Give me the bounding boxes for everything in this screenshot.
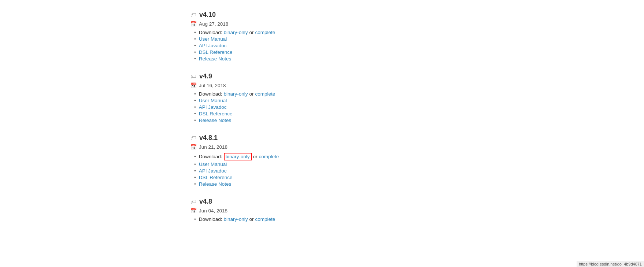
- or-text: or: [249, 30, 254, 35]
- version-block-v4.8: 🏷v4.8📅Jun 04, 2018Download: binary-only …: [190, 198, 644, 222]
- version-title-row-v4.10: 🏷v4.10: [190, 11, 644, 19]
- list-item: API Javadoc: [194, 104, 644, 110]
- tag-icon: 🏷: [190, 199, 196, 205]
- version-block-v4.9: 🏷v4.9📅Jul 16, 2018Download: binary-only …: [190, 73, 644, 123]
- date-text-v4.8.1: Jun 21, 2018: [199, 144, 227, 150]
- binary-only-link[interactable]: binary-only: [224, 216, 248, 222]
- version-title-row-v4.8: 🏷v4.8: [190, 198, 644, 205]
- binary-only-link[interactable]: binary-only: [224, 91, 248, 97]
- tag-icon: 🏷: [190, 12, 196, 18]
- or-text: or: [249, 216, 254, 222]
- date-text-v4.10: Aug 27, 2018: [199, 21, 228, 27]
- links-list-v4.8: Download: binary-only or complete: [190, 216, 644, 222]
- tag-icon: 🏷: [190, 73, 196, 80]
- api-javadoc-link[interactable]: API Javadoc: [199, 43, 227, 48]
- api-javadoc-link[interactable]: API Javadoc: [199, 168, 227, 174]
- list-item: Download: binary-only or complete: [194, 30, 644, 35]
- list-item: Release Notes: [194, 118, 644, 123]
- list-item: Download: binary-only or complete: [194, 216, 644, 222]
- or-text: or: [249, 91, 254, 97]
- date-row-v4.10: 📅Aug 27, 2018: [190, 21, 644, 27]
- list-item: DSL Reference: [194, 49, 644, 55]
- list-item: Release Notes: [194, 181, 644, 187]
- version-title-v4.9: v4.9: [199, 73, 212, 80]
- binary-only-link[interactable]: binary-only: [224, 153, 252, 160]
- version-title-v4.8.1: v4.8.1: [199, 134, 218, 142]
- calendar-icon: 📅: [190, 21, 197, 27]
- complete-link[interactable]: complete: [255, 30, 275, 35]
- or-text: or: [253, 154, 258, 159]
- date-row-v4.9: 📅Jul 16, 2018: [190, 82, 644, 88]
- download-label: Download:: [199, 30, 222, 35]
- list-item: DSL Reference: [194, 111, 644, 116]
- list-item: Download: binary-only or complete: [194, 91, 644, 97]
- download-label: Download:: [199, 216, 222, 222]
- version-title-row-v4.8.1: 🏷v4.8.1: [190, 134, 644, 142]
- release-notes-link[interactable]: Release Notes: [199, 56, 232, 62]
- list-item: User Manual: [194, 98, 644, 103]
- version-title-row-v4.9: 🏷v4.9: [190, 73, 644, 80]
- list-item: API Javadoc: [194, 43, 644, 48]
- content-area: 🏷v4.10📅Aug 27, 2018Download: binary-only…: [190, 7, 644, 222]
- complete-link[interactable]: complete: [259, 154, 279, 159]
- status-bar: https://blog.esdin.net/go_4b9d4871: [577, 261, 644, 267]
- version-block-v4.10: 🏷v4.10📅Aug 27, 2018Download: binary-only…: [190, 11, 644, 62]
- list-item: User Manual: [194, 162, 644, 167]
- release-notes-link[interactable]: Release Notes: [199, 181, 232, 187]
- tag-icon: 🏷: [190, 135, 196, 141]
- dsl-reference-link[interactable]: DSL Reference: [199, 111, 233, 116]
- user-manual-link[interactable]: User Manual: [199, 36, 227, 42]
- page-container: 🏷v4.10📅Aug 27, 2018Download: binary-only…: [0, 0, 644, 267]
- version-block-v4.8.1: 🏷v4.8.1📅Jun 21, 2018Download: binary-onl…: [190, 134, 644, 187]
- list-item: API Javadoc: [194, 168, 644, 174]
- list-item: DSL Reference: [194, 175, 644, 180]
- date-text-v4.9: Jul 16, 2018: [199, 83, 226, 88]
- release-notes-link[interactable]: Release Notes: [199, 118, 232, 123]
- date-row-v4.8.1: 📅Jun 21, 2018: [190, 144, 644, 150]
- date-row-v4.8: 📅Jun 04, 2018: [190, 208, 644, 214]
- calendar-icon: 📅: [190, 144, 197, 150]
- date-text-v4.8: Jun 04, 2018: [199, 208, 227, 214]
- list-item: Release Notes: [194, 56, 644, 62]
- binary-only-link[interactable]: binary-only: [224, 30, 248, 35]
- links-list-v4.8.1: Download: binary-only or completeUser Ma…: [190, 153, 644, 187]
- download-label: Download:: [199, 91, 222, 97]
- calendar-icon: 📅: [190, 208, 197, 214]
- complete-link[interactable]: complete: [255, 91, 275, 97]
- links-list-v4.9: Download: binary-only or completeUser Ma…: [190, 91, 644, 123]
- dsl-reference-link[interactable]: DSL Reference: [199, 49, 233, 55]
- dsl-reference-link[interactable]: DSL Reference: [199, 175, 233, 180]
- download-label: Download:: [199, 154, 222, 159]
- user-manual-link[interactable]: User Manual: [199, 162, 227, 167]
- list-item: Download: binary-only or complete: [194, 153, 644, 160]
- user-manual-link[interactable]: User Manual: [199, 98, 227, 103]
- list-item: User Manual: [194, 36, 644, 42]
- version-title-v4.8: v4.8: [199, 198, 212, 205]
- calendar-icon: 📅: [190, 82, 197, 88]
- complete-link[interactable]: complete: [255, 216, 275, 222]
- version-title-v4.10: v4.10: [199, 11, 216, 19]
- links-list-v4.10: Download: binary-only or completeUser Ma…: [190, 30, 644, 62]
- api-javadoc-link[interactable]: API Javadoc: [199, 104, 227, 110]
